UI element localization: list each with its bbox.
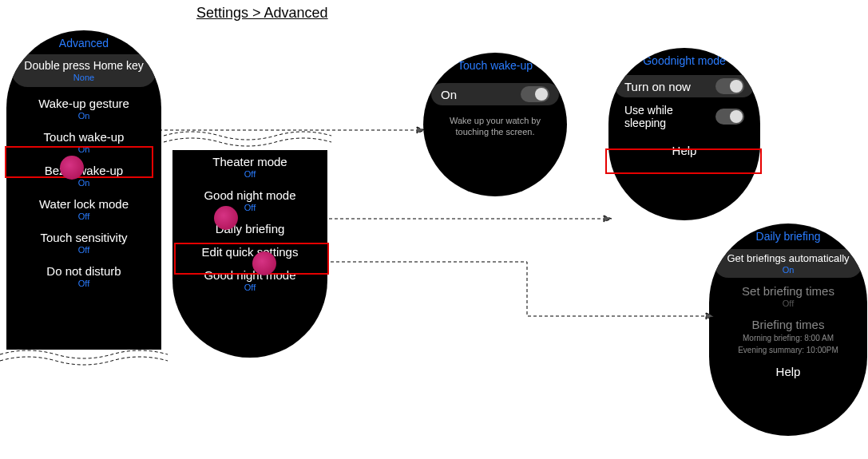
item-do-not-disturb[interactable]: Do not disturb Off: [6, 259, 161, 293]
item-status: On: [6, 144, 161, 154]
toggle-label: Turn on now: [624, 80, 691, 93]
svg-marker-1: [417, 127, 425, 133]
item-label: Do not disturb: [6, 264, 161, 278]
briefing-time-morning: Morning briefing: 8:00 AM: [709, 333, 867, 343]
item-bezel-wakeup[interactable]: Bezel wake-up On: [6, 159, 161, 192]
get-briefings-auto[interactable]: Get briefings automatically On: [714, 249, 862, 278]
item-touch-sensitivity[interactable]: Touch sensitivity Off: [6, 226, 161, 259]
item-status: On: [714, 265, 862, 275]
page-title: Settings > Advanced: [196, 5, 328, 22]
item-status: On: [6, 111, 161, 121]
item-label: Touch wake-up: [6, 130, 161, 144]
item-label: Bezel wake-up: [6, 164, 161, 177]
touch-indicator-icon: [252, 251, 276, 275]
briefing-times: Briefing times Morning briefing: 8:00 AM…: [709, 313, 867, 360]
briefing-time-evening: Evening summary: 10:00PM: [709, 345, 867, 355]
item-status: Off: [172, 203, 327, 212]
advanced-settings-screen: Advanced Double press Home key None Wake…: [6, 30, 161, 350]
touch-indicator-icon: [214, 206, 238, 230]
item-edit-quick-settings[interactable]: Edit quick settings: [172, 240, 327, 263]
item-label: Briefing times: [709, 318, 867, 331]
item-theater-mode[interactable]: Theater mode Off: [172, 150, 327, 184]
item-daily-briefing[interactable]: Daily briefing: [172, 217, 327, 240]
item-good-night-mode[interactable]: Good night mode Off: [172, 184, 327, 217]
daily-briefing-screen: Daily briefing Get briefings automatical…: [709, 224, 867, 436]
touch-indicator-icon: [60, 156, 84, 180]
description-text: Wake up your watch by touching the scree…: [423, 110, 567, 138]
goodnight-mode-screen: Goodnight mode Turn on now Use while sle…: [608, 48, 760, 220]
item-water-lock[interactable]: Water lock mode Off: [6, 192, 161, 226]
screen-title: Advanced: [6, 30, 161, 49]
item-status: Off: [172, 283, 327, 292]
item-label: Touch sensitivity: [6, 231, 161, 244]
use-while-sleeping-toggle[interactable]: Use while sleeping: [615, 101, 754, 133]
screen-title: Daily briefing: [709, 224, 867, 243]
item-status: Off: [6, 279, 161, 288]
switch-icon: [715, 78, 744, 94]
switch-icon: [715, 109, 744, 125]
item-label: Theater mode: [172, 155, 327, 168]
item-label: Wake-up gesture: [6, 97, 161, 110]
turn-on-now-toggle[interactable]: Turn on now: [615, 75, 754, 97]
item-label: Set briefing times: [709, 284, 867, 298]
touch-wakeup-toggle[interactable]: On: [431, 83, 559, 105]
item-status: Off: [6, 212, 161, 221]
item-label: Get briefings automatically: [714, 252, 862, 264]
item-status: None: [11, 73, 157, 82]
item-label: Edit quick settings: [172, 245, 327, 259]
item-double-press-home[interactable]: Double press Home key None: [11, 54, 157, 87]
toggle-label: On: [441, 88, 457, 101]
screen-title: Goodnight mode: [608, 48, 760, 67]
help-item[interactable]: Help: [709, 360, 867, 386]
item-status: Off: [6, 245, 161, 255]
item-touch-wakeup[interactable]: Touch wake-up On: [6, 125, 161, 159]
advanced-settings-screen-scrolled: Theater mode Off Good night mode Off Dai…: [172, 150, 327, 358]
screen-title: Touch wake-up: [423, 53, 567, 72]
item-label: Double press Home key: [11, 59, 157, 72]
scroll-cut-indicator: [0, 346, 168, 366]
item-good-night-mode-dup[interactable]: Good night mode Off: [172, 263, 327, 297]
help-item[interactable]: Help: [608, 136, 760, 165]
flow-arrow: [329, 212, 612, 225]
item-label: Good night mode: [172, 188, 327, 202]
svg-marker-4: [706, 313, 714, 319]
item-label: Good night mode: [172, 268, 327, 282]
set-briefing-times: Set briefing times Off: [709, 279, 867, 313]
touch-wakeup-screen: Touch wake-up On Wake up your watch by t…: [423, 53, 567, 196]
item-wake-gesture[interactable]: Wake-up gesture On: [6, 92, 161, 125]
item-status: On: [6, 178, 161, 188]
switch-icon: [521, 86, 549, 102]
item-status: Off: [709, 299, 867, 308]
item-label: Daily briefing: [172, 222, 327, 235]
flow-arrow: [331, 259, 714, 322]
svg-marker-3: [604, 216, 612, 222]
item-status: Off: [172, 169, 327, 179]
flow-arrow: [153, 124, 425, 137]
toggle-label: Use while sleeping: [624, 104, 715, 129]
item-label: Water lock mode: [6, 197, 161, 211]
